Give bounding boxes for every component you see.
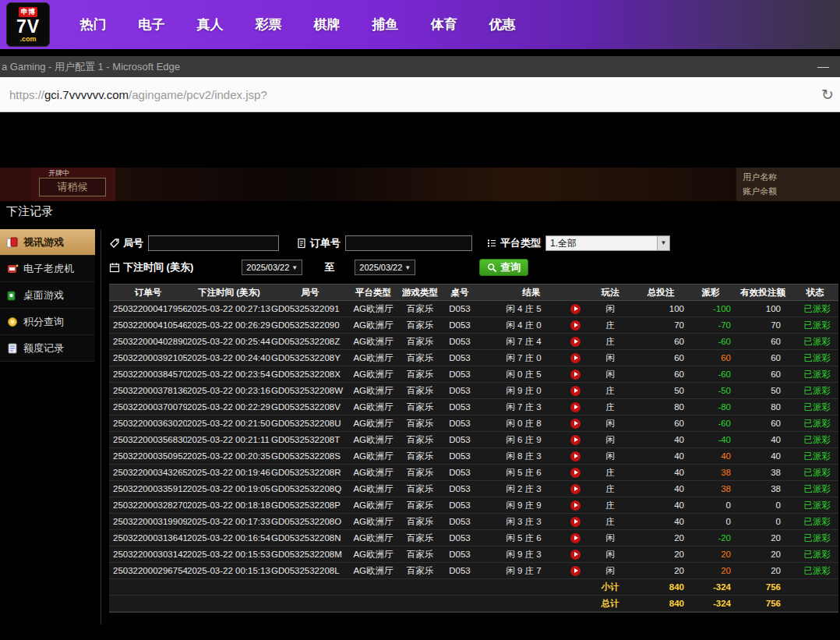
- summary-row: 小计840-324756: [109, 579, 838, 596]
- sidebar-item-points-query[interactable]: 积分查询: [0, 309, 95, 335]
- cell-table: D053: [443, 317, 477, 333]
- cell-platform: AG欧洲厅: [349, 497, 397, 513]
- round-number-input[interactable]: [148, 235, 279, 251]
- order-number-label: 订单号: [310, 236, 341, 250]
- site-logo[interactable]: 申博 7V .com: [6, 2, 50, 47]
- order-number-input[interactable]: [345, 235, 472, 251]
- table-row: 2503220003630202025-03-22 00:21:50GD0532…: [109, 415, 838, 432]
- cell-game: [397, 596, 443, 611]
- cell-order: 250322000356830: [109, 432, 187, 447]
- platform-type-select[interactable]: 1.全部 ▼: [545, 235, 670, 251]
- play-video-icon[interactable]: [570, 337, 581, 347]
- browser-titlebar: a Gaming - 用户配置 1 - Microsoft Edge —: [0, 56, 840, 77]
- play-video-icon[interactable]: [570, 402, 581, 412]
- play-video-icon[interactable]: [570, 566, 581, 576]
- cell-payout: -100: [687, 301, 734, 316]
- cell-status: 已派彩: [792, 448, 838, 464]
- cell-round: GD0532532208N: [271, 530, 349, 546]
- nav-item-fishing[interactable]: 捕鱼: [356, 16, 415, 34]
- play-video-icon[interactable]: [570, 517, 581, 527]
- column-header: 下注时间 (美东): [187, 285, 271, 300]
- play-video-icon[interactable]: [570, 435, 581, 445]
- table-body: 2503220004179562025-03-22 00:27:13GD0532…: [109, 301, 838, 612]
- cell-result: 闲 0 庄 8: [477, 415, 586, 431]
- cell-table: D053: [443, 465, 477, 480]
- sidebar-item-quota-records[interactable]: 额度记录: [0, 335, 95, 362]
- nav-item-electronic[interactable]: 电子: [122, 16, 181, 34]
- cell-result: 闲 7 庄 0: [477, 350, 586, 366]
- column-header: 局号: [271, 285, 349, 300]
- nav-item-lottery[interactable]: 彩票: [239, 16, 298, 34]
- cell-result: [477, 579, 586, 595]
- play-video-icon[interactable]: [570, 353, 581, 363]
- date-from-select[interactable]: 2025/03/22 ▼: [242, 260, 302, 275]
- cell-round: GD0532532208M: [271, 546, 349, 562]
- cell-round: GD05325322090: [271, 317, 349, 333]
- sidebar-item-slots[interactable]: 电子老虎机: [0, 256, 95, 282]
- table-row: 2503220003509522025-03-22 00:20:35GD0532…: [109, 448, 838, 465]
- refresh-icon[interactable]: ↻: [821, 77, 834, 112]
- cell-result: 闲 7 庄 3: [477, 399, 586, 415]
- table-row: 2503220004179562025-03-22 00:27:13GD0532…: [109, 301, 838, 317]
- play-video-icon[interactable]: [570, 550, 581, 560]
- play-video-icon[interactable]: [570, 386, 581, 396]
- cell-play: 小计: [586, 579, 634, 595]
- column-header: 派彩: [687, 285, 734, 300]
- cell-table: D053: [443, 481, 477, 497]
- cell-status: 已派彩: [792, 432, 838, 447]
- page-title: 下注记录: [6, 204, 53, 219]
- cell-valid: 20: [734, 546, 792, 562]
- cell-platform: AG欧洲厅: [349, 415, 397, 431]
- play-video-icon[interactable]: [570, 320, 581, 331]
- nav-item-sports[interactable]: 体育: [415, 16, 473, 34]
- chevron-down-icon: ▼: [291, 264, 298, 271]
- sidebar-item-table-games[interactable]: 桌面游戏: [0, 282, 95, 309]
- cell-status: 已派彩: [792, 399, 838, 415]
- cell-game: 百家乐: [397, 334, 443, 349]
- platform-type-label-group: 平台类型: [486, 236, 541, 250]
- account-balance-label: 账户余额: [743, 186, 777, 197]
- date-to-select[interactable]: 2025/03/22 ▼: [355, 260, 415, 275]
- sidebar-item-video-games[interactable]: 视讯游戏: [0, 229, 95, 256]
- cell-bet: 100: [634, 301, 687, 316]
- play-video-icon[interactable]: [570, 484, 581, 494]
- cell-bet: 70: [634, 317, 687, 333]
- play-video-icon[interactable]: [570, 500, 581, 511]
- nav-item-hot[interactable]: 热门: [64, 16, 122, 34]
- cell-time: 2025-03-22 00:27:13: [187, 301, 271, 316]
- cell-time: 2025-03-22 00:23:54: [187, 366, 271, 382]
- play-video-icon[interactable]: [570, 533, 581, 543]
- minimize-button[interactable]: —: [817, 56, 829, 76]
- cell-payout: -60: [687, 415, 734, 431]
- cell-round: GD0532532208V: [271, 399, 349, 415]
- cell-round: GD05325322091: [271, 301, 349, 316]
- play-video-icon[interactable]: [570, 419, 581, 429]
- please-wait-box: 请稍候: [39, 178, 106, 196]
- cell-game: 百家乐: [397, 350, 443, 366]
- slot-machine-icon: [6, 263, 19, 275]
- play-video-icon[interactable]: [570, 451, 581, 461]
- bet-time-label-group: 下注时间 (美东): [109, 260, 193, 274]
- address-bar[interactable]: https://gci.7vvvvvv.com/agingame/pcv2/in…: [0, 77, 840, 112]
- play-video-icon[interactable]: [570, 468, 581, 478]
- cell-time: 2025-03-22 00:25:44: [187, 334, 271, 349]
- nav-item-boardgames[interactable]: 棋牌: [298, 16, 356, 34]
- result-text: 闲 3 庄 3: [477, 514, 570, 529]
- url-domain: gci.7vvvvvv.com: [44, 88, 129, 101]
- cell-bet: 80: [634, 399, 687, 415]
- nav-item-promotions[interactable]: 优惠: [473, 16, 531, 34]
- cell-status: [792, 579, 838, 595]
- play-video-icon[interactable]: [570, 304, 581, 314]
- cell-order: 250322000363020: [109, 415, 187, 431]
- cell-time: 2025-03-22 00:23:16: [187, 383, 271, 398]
- search-button[interactable]: 查询: [479, 259, 528, 276]
- result-text: 闲 0 庄 5: [477, 366, 570, 382]
- game-page: 开牌中 请稍候 用户名称 账户余额 下注记录 视讯游戏 电子老虎机 桌面游戏: [0, 113, 840, 640]
- result-text: 闲 9 庄 7: [477, 563, 570, 578]
- cell-time: 2025-03-22 00:15:13: [187, 563, 271, 578]
- play-video-icon[interactable]: [570, 370, 581, 380]
- cell-order: 250322000370079: [109, 399, 187, 415]
- cell-table: D053: [443, 448, 477, 464]
- cell-status: 已派彩: [792, 497, 838, 513]
- nav-item-live[interactable]: 真人: [181, 16, 239, 34]
